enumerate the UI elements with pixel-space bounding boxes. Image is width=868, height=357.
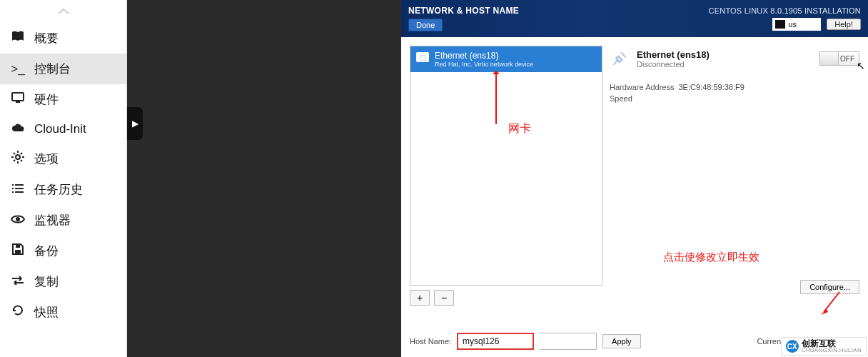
hw-address-value: 3E:C9:48:59:38:F9 (679, 83, 745, 91)
keyboard-layout-indicator[interactable]: us (772, 18, 821, 31)
sidebar-item-label: 硬件 (34, 91, 59, 108)
cursor-icon: ↖ (857, 60, 865, 71)
sidebar-item-label: 选项 (34, 151, 59, 167)
save-icon (10, 243, 26, 258)
annotation-arrow-nic (495, 73, 497, 124)
sidebar-item-monitor[interactable]: 监视器 (0, 205, 126, 236)
sidebar-item-label: Cloud-Init (34, 122, 86, 136)
hostname-label: Host Name: (410, 337, 451, 346)
sidebar-collapse-chevron[interactable] (0, 0, 126, 23)
svg-rect-0 (12, 93, 24, 101)
apply-button[interactable]: Apply (602, 334, 641, 348)
play-icon: ▶ (132, 119, 138, 129)
sidebar-item-hardware[interactable]: 硬件 (0, 84, 126, 115)
sidebar-item-backup[interactable]: 备份 (0, 236, 126, 266)
swap-icon (10, 275, 26, 289)
terminal-icon: >_ (10, 62, 26, 76)
annotation-label-apply: 点击使修改立即生效 (663, 251, 760, 264)
svg-point-17 (16, 217, 20, 221)
annotation-arrow-apply (821, 291, 842, 318)
sidebar-item-label: 监视器 (34, 212, 71, 228)
sidebar-item-label: 备份 (34, 243, 59, 259)
device-subtitle: Red Hat, Inc. Virtio network device (435, 61, 533, 68)
toggle-label: OFF (840, 55, 854, 63)
page-title: NETWORK & HOST NAME (408, 6, 519, 16)
help-button[interactable]: Help! (827, 19, 861, 30)
remove-device-button[interactable]: − (434, 290, 454, 306)
svg-line-10 (21, 153, 22, 154)
speed-label: Speed (610, 94, 632, 103)
done-button[interactable]: Done (408, 19, 443, 31)
device-item-ens18[interactable]: ⬚ Ethernet (ens18) Red Hat, Inc. Virtio … (410, 46, 602, 72)
installer-header: NETWORK & HOST NAME Done CENTOS LINUX 8.… (401, 0, 868, 37)
svg-point-2 (16, 155, 20, 159)
console-view: ▶ (127, 0, 401, 357)
watermark-logo-icon: CX (786, 340, 799, 353)
cloud-icon (10, 122, 26, 136)
svg-line-20 (824, 292, 839, 312)
network-toggle[interactable]: OFF (819, 51, 859, 66)
sidebar-item-label: 快照 (34, 304, 59, 321)
sidebar-item-overview[interactable]: 概要 (0, 23, 126, 54)
history-icon (10, 304, 26, 321)
annotation-label-nic: 网卡 (508, 121, 531, 136)
sidebar-item-label: 任务历史 (34, 181, 83, 198)
gear-icon (10, 151, 26, 167)
sidebar-item-options[interactable]: 选项 (0, 144, 126, 174)
svg-rect-19 (16, 245, 20, 248)
network-device-list[interactable]: ⬚ Ethernet (ens18) Red Hat, Inc. Virtio … (410, 46, 602, 286)
keyboard-icon (775, 20, 785, 29)
sidebar-item-console[interactable]: >_ 控制台 (0, 54, 126, 84)
svg-rect-1 (16, 101, 20, 103)
svg-line-9 (14, 160, 15, 161)
device-list-empty-area (410, 72, 602, 285)
network-state: Disconnected (637, 60, 710, 69)
hostname-input[interactable] (457, 333, 534, 350)
sidebar-item-label: 概要 (34, 30, 59, 46)
hw-address-label: Hardware Address (610, 83, 675, 91)
expand-console-tab[interactable]: ▶ (127, 107, 143, 140)
watermark-text-en: CHUANGXIN HULIAN (802, 348, 862, 353)
product-name: CENTOS LINUX 8.0.1905 INSTALLATION (709, 6, 861, 15)
eye-icon (10, 213, 26, 228)
monitor-icon (10, 92, 26, 107)
list-icon (10, 183, 26, 197)
hostname-input-extension[interactable] (540, 333, 597, 350)
disconnected-plug-icon (610, 49, 630, 69)
sidebar-item-cloudinit[interactable]: Cloud-Init (0, 115, 126, 144)
svg-line-7 (14, 153, 15, 154)
sidebar-item-label: 复制 (34, 273, 59, 290)
sidebar-item-snapshot[interactable]: 快照 (0, 297, 126, 328)
layout-code: us (788, 20, 797, 29)
sidebar-item-label: 控制台 (34, 61, 71, 77)
sidebar-item-replicate[interactable]: 复制 (0, 266, 126, 297)
book-icon (10, 31, 26, 46)
sidebar-item-tasks[interactable]: 任务历史 (0, 174, 126, 205)
svg-line-8 (21, 160, 22, 161)
watermark: CX 创新互联 CHUANGXIN HULIAN (781, 337, 867, 356)
ethernet-port-icon: ⬚ (416, 52, 429, 62)
svg-rect-18 (15, 250, 21, 253)
device-title: Ethernet (ens18) (435, 51, 533, 61)
add-device-button[interactable]: + (410, 290, 430, 306)
network-name: Ethernet (ens18) (637, 49, 710, 60)
